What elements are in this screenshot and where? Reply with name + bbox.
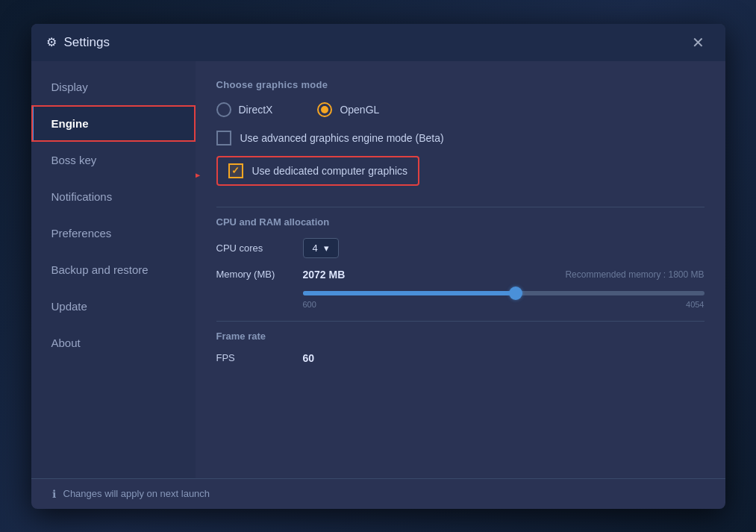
cpu-label: CPU cores xyxy=(216,242,291,254)
dialog-body: Display Engine Boss key Notifications Pr… xyxy=(31,61,725,478)
divider-1 xyxy=(216,207,705,207)
close-button[interactable]: ✕ xyxy=(686,32,710,53)
fps-label: FPS xyxy=(216,352,291,363)
footer-text: Changes will apply on next launch xyxy=(63,488,210,499)
dedicated-graphics-row[interactable]: Use dedicated computer graphics xyxy=(216,156,420,186)
slider-wrapper: 600 4054 xyxy=(216,291,705,309)
graphics-mode-title: Choose graphics mode xyxy=(216,79,705,90)
fps-row: FPS 60 xyxy=(216,352,705,364)
slider-track xyxy=(303,291,705,295)
dialog-title: Settings xyxy=(64,35,110,50)
sidebar-item-backup[interactable]: Backup and restore xyxy=(31,251,196,288)
radio-opengl-circle xyxy=(317,102,332,117)
cpu-select[interactable]: 4 ▾ xyxy=(303,238,339,258)
dedicated-graphics-checkbox[interactable] xyxy=(228,163,243,178)
sidebar-item-update[interactable]: Update xyxy=(31,288,196,325)
sidebar-item-boss-key[interactable]: Boss key xyxy=(31,142,196,178)
dedicated-graphics-container: ➤ Use dedicated computer graphics xyxy=(216,156,705,196)
slider-max-label: 4054 xyxy=(686,300,704,309)
settings-dialog: ⚙ Settings ✕ Display Engine Boss key Not… xyxy=(31,24,725,509)
sidebar: Display Engine Boss key Notifications Pr… xyxy=(31,61,196,478)
dialog-header: ⚙ Settings ✕ xyxy=(31,24,725,61)
slider-fill xyxy=(303,291,516,295)
memory-row: Memory (MB) 2072 MB Recommended memory :… xyxy=(216,269,705,281)
cpu-value: 4 xyxy=(313,242,318,254)
advanced-graphics-checkbox[interactable] xyxy=(216,131,231,145)
radio-directx[interactable]: DirectX xyxy=(216,102,273,117)
slider-min-label: 600 xyxy=(303,300,316,309)
frame-rate-title: Frame rate xyxy=(216,331,705,342)
radio-opengl[interactable]: OpenGL xyxy=(317,102,379,117)
memory-value: 2072 MB xyxy=(303,269,363,281)
fps-value: 60 xyxy=(303,352,315,364)
frame-section: Frame rate FPS 60 xyxy=(216,331,705,364)
sidebar-item-display[interactable]: Display xyxy=(31,69,196,105)
sidebar-item-preferences[interactable]: Preferences xyxy=(31,215,196,251)
advanced-graphics-label: Use advanced graphics engine mode (Beta) xyxy=(240,132,444,144)
radio-opengl-label: OpenGL xyxy=(340,104,379,116)
allocation-section: CPU and RAM allocation CPU cores 4 ▾ Mem… xyxy=(216,216,705,309)
radio-group: DirectX OpenGL xyxy=(216,102,705,117)
right-arrow-icon: ➤ xyxy=(196,164,200,187)
slider-labels: 600 4054 xyxy=(303,300,705,309)
dedicated-graphics-label: Use dedicated computer graphics xyxy=(252,165,408,177)
memory-slider[interactable]: 600 4054 xyxy=(303,291,705,309)
advanced-graphics-row[interactable]: Use advanced graphics engine mode (Beta) xyxy=(216,131,705,145)
memory-label: Memory (MB) xyxy=(216,269,291,280)
radio-directx-circle xyxy=(216,102,231,117)
recommended-text: Recommended memory : 1800 MB xyxy=(565,269,704,280)
allocation-title: CPU and RAM allocation xyxy=(216,216,705,228)
cpu-row: CPU cores 4 ▾ xyxy=(216,238,705,258)
sidebar-item-about[interactable]: About xyxy=(31,325,196,361)
sidebar-item-engine[interactable]: Engine xyxy=(31,105,196,142)
dialog-title-area: ⚙ Settings xyxy=(46,35,110,50)
info-icon: ℹ xyxy=(52,488,56,500)
dialog-footer: ℹ Changes will apply on next launch xyxy=(31,478,725,509)
arrow-annotation: ➤ xyxy=(196,164,200,187)
main-content: Choose graphics mode DirectX OpenGL Use … xyxy=(196,61,725,478)
cpu-dropdown-arrow: ▾ xyxy=(324,242,329,254)
slider-thumb[interactable] xyxy=(509,287,522,300)
radio-directx-label: DirectX xyxy=(239,104,273,116)
gear-icon: ⚙ xyxy=(46,35,57,49)
sidebar-item-notifications[interactable]: Notifications xyxy=(31,178,196,215)
divider-2 xyxy=(216,321,705,322)
